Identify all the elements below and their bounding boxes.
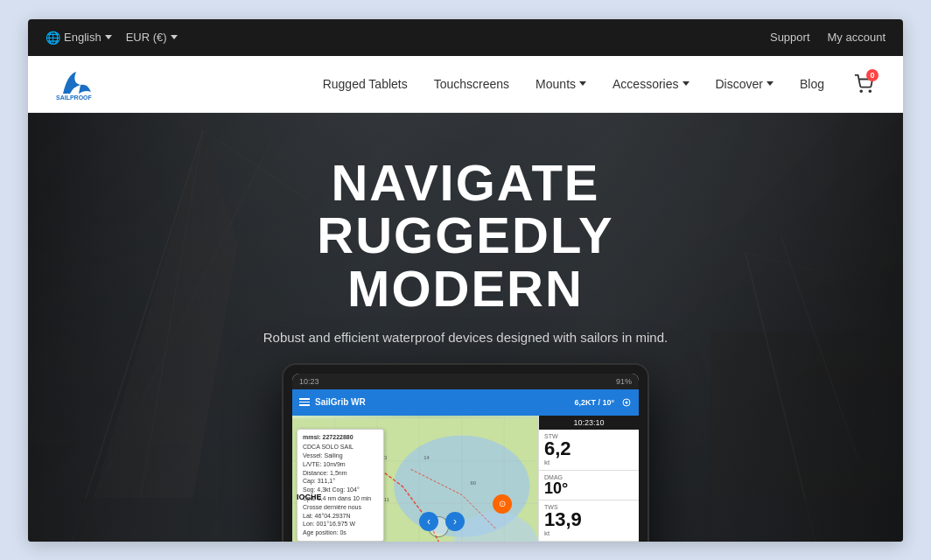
data-metric-stw: STW 6,2 kt [539,430,639,471]
data-metric-tws: TWS 13,9 kt [539,500,639,542]
svg-point-18 [626,401,628,403]
svg-text:14: 14 [424,454,430,459]
tablet-screen: 10:23 91% SailGrib WR [292,374,639,542]
map-data-row: 23 13 14 18 11 60 mmsi: 227222880 CDCA S… [292,416,639,542]
tablet-mockup: 10:23 91% SailGrib WR [282,363,649,542]
hero-section: NAVIGATE RUGGEDLY MODERN Robust and effi… [28,113,903,542]
speed-display: 6,2KT / 10° [574,398,614,407]
popup-lat: Lat: 46°04.2937N [303,512,378,521]
sailgrib-app-bar: SailGrib WR 6,2KT / 10° [292,389,639,416]
location-icon [621,397,632,408]
svg-text:11: 11 [384,497,389,502]
nav-blog[interactable]: Blog [800,77,824,91]
data-panel: 10:23:10 STW 6,2 kt DMAG 10° [538,416,639,542]
hero-subtitle: Robust and efficient waterproof devices … [203,330,728,345]
hamburger-icon[interactable] [299,398,310,406]
popup-title: mmsi: 227222880 [303,433,378,442]
currency-label: EUR (€) [126,31,167,44]
support-link[interactable]: Support [770,31,810,44]
hero-title: NAVIGATE RUGGEDLY MODERN [203,157,728,317]
cart-button[interactable]: 0 [850,71,877,97]
currency-chevron-icon [171,35,178,39]
hero-content: NAVIGATE RUGGEDLY MODERN Robust and effi… [203,157,728,346]
popup-cap: Cap: 311,1° [303,477,378,486]
app-name: SailGrib WR [315,397,366,407]
popup-age: Age position: 0s [303,528,378,537]
svg-point-2 [869,90,871,92]
nav-discover[interactable]: Discover [716,77,774,91]
map-location-button[interactable]: ⊙ [493,494,512,514]
sailgrib-bar-right: 6,2KT / 10° [574,397,632,408]
dmag-value: 10° [544,480,634,496]
popup-distance: Distance: 1,5nm [303,469,378,478]
map-right-arrow[interactable]: › [445,512,465,531]
accessories-chevron-icon [682,81,690,86]
language-label: English [64,31,102,44]
tablet-time: 10:23 [299,377,319,386]
language-chevron-icon [105,35,112,39]
tws-value: 13,9 [544,510,634,529]
globe-icon: 🌐 [46,31,60,45]
svg-text:60: 60 [470,480,475,485]
popup-crosse: Crosse dernière nous [303,503,378,512]
popup-type: Vessel: Sailing [303,452,378,460]
tablet-status-bar: 10:23 91% [292,374,639,389]
nav-accessories[interactable]: Accessories [612,77,689,91]
map-popup: mmsi: 227222880 CDCA SOLO SAIL Vessel: S… [297,429,384,542]
cart-badge: 0 [866,69,878,81]
svg-point-1 [860,90,862,92]
discover-chevron-icon [766,81,774,86]
popup-lon: Lon: 001°16.975 W [303,520,378,528]
stw-value: 6,2 [544,439,634,458]
map-area[interactable]: 23 13 14 18 11 60 mmsi: 227222880 CDCA S… [292,416,538,542]
svg-text:SAILPROOF: SAILPROOF [56,94,93,101]
top-bar: 🌐 English EUR (€) Support My account [28,19,903,56]
top-bar-right: Support My account [770,31,886,44]
currency-selector[interactable]: EUR (€) [126,31,178,44]
top-bar-left: 🌐 English EUR (€) [46,31,178,45]
map-label-ioche: IOCHE [297,493,322,501]
nav-touchscreens[interactable]: Touchscreens [434,77,509,91]
nav-rugged-tablets[interactable]: Rugged Tablets [323,77,408,91]
nav-links: Rugged Tablets Touchscreens Mounts Acces… [323,71,877,97]
map-left-arrow[interactable]: ‹ [419,512,438,531]
mounts-chevron-icon [579,81,586,86]
language-selector[interactable]: 🌐 English [46,31,112,45]
stw-unit: kt [544,458,634,466]
logo[interactable]: SAILPROOF [54,67,98,101]
data-time: 10:23:10 [539,416,639,430]
popup-vessel: CDCA SOLO SAIL [303,443,378,452]
tablet-device: 10:23 91% SailGrib WR [282,363,649,542]
logo-icon: SAILPROOF [54,67,98,101]
tablet-battery: 91% [616,377,632,386]
sailgrib-bar-left: SailGrib WR [299,397,366,407]
tws-unit: kt [544,529,634,537]
nav-bar: SAILPROOF Rugged Tablets Touchscreens Mo… [28,56,903,113]
data-metric-dmag: DMAG 10° [539,471,639,500]
nav-mounts[interactable]: Mounts [536,77,586,91]
my-account-link[interactable]: My account [828,31,886,44]
popup-length: L/VTE: 10m/9m [303,460,378,469]
